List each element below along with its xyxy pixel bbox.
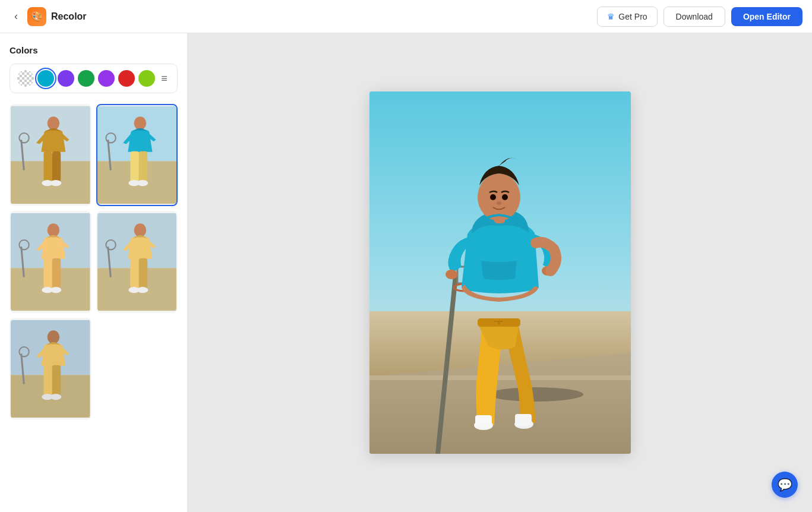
- svg-point-41: [48, 330, 60, 344]
- svg-point-14: [134, 116, 146, 130]
- swatch-yellow-green[interactable]: [138, 70, 155, 87]
- thumbnail-5-canvas: [11, 319, 90, 419]
- svg-rect-7: [52, 151, 61, 182]
- svg-point-66: [502, 194, 508, 200]
- back-button[interactable]: ‹: [10, 8, 23, 25]
- colors-heading: Colors: [10, 45, 178, 55]
- preview-image-container: [369, 91, 631, 454]
- svg-point-61: [446, 270, 457, 279]
- svg-rect-33: [130, 258, 138, 289]
- svg-rect-24: [43, 258, 52, 289]
- svg-point-45: [50, 394, 61, 400]
- svg-rect-15: [130, 151, 138, 182]
- sidebar: Colors ≡: [0, 33, 188, 512]
- swatch-red[interactable]: [118, 70, 135, 87]
- get-pro-label: Get Pro: [618, 12, 647, 21]
- svg-point-27: [50, 287, 61, 293]
- app-header: ‹ 🎨 Recolor ♛ Get Pro Download Open Edit…: [0, 0, 812, 33]
- thumbnail-1-canvas: [11, 105, 90, 205]
- svg-rect-43: [52, 365, 61, 396]
- preview-area: 💬: [188, 33, 812, 512]
- svg-rect-34: [138, 258, 147, 289]
- svg-rect-6: [43, 151, 52, 182]
- svg-point-32: [134, 223, 146, 237]
- thumbnail-2[interactable]: [96, 104, 178, 206]
- crown-icon: ♛: [607, 12, 615, 21]
- open-editor-button[interactable]: Open Editor: [731, 7, 802, 26]
- swatches-menu-button[interactable]: ≡: [159, 70, 170, 87]
- svg-point-56: [498, 322, 500, 324]
- svg-point-5: [48, 116, 60, 130]
- chat-button[interactable]: 💬: [772, 472, 798, 498]
- get-pro-button[interactable]: ♛ Get Pro: [597, 7, 657, 27]
- svg-rect-16: [138, 151, 147, 182]
- svg-point-36: [137, 287, 147, 293]
- swatch-violet[interactable]: [98, 70, 115, 87]
- svg-point-18: [137, 180, 147, 186]
- thumbnail-3-canvas: [11, 212, 90, 312]
- header-right: ♛ Get Pro Download Open Editor: [597, 7, 802, 27]
- app-title: Recolor: [51, 11, 87, 22]
- svg-rect-58: [475, 415, 492, 427]
- thumbnails-grid: [10, 104, 178, 420]
- preview-image: [369, 91, 631, 454]
- app-icon-emoji: 🎨: [31, 11, 43, 22]
- thumbnail-2-canvas: [97, 105, 177, 205]
- thumbnail-4-canvas: [97, 212, 177, 312]
- thumbnail-5[interactable]: [10, 318, 91, 420]
- main-content: Colors ≡: [0, 33, 812, 512]
- svg-point-67: [497, 201, 501, 205]
- download-button[interactable]: Download: [663, 7, 725, 27]
- svg-point-9: [50, 180, 61, 186]
- color-swatches-container: ≡: [10, 64, 178, 93]
- svg-point-65: [490, 194, 496, 200]
- svg-point-50: [488, 387, 583, 402]
- chat-icon: 💬: [778, 478, 792, 492]
- swatch-cyan[interactable]: [37, 70, 54, 87]
- swatch-purple[interactable]: [58, 70, 74, 87]
- svg-rect-60: [515, 414, 532, 426]
- svg-rect-42: [43, 365, 52, 396]
- svg-point-23: [48, 223, 60, 237]
- svg-rect-49: [369, 375, 631, 380]
- svg-rect-25: [52, 258, 61, 289]
- thumbnail-1[interactable]: [10, 104, 91, 206]
- app-icon: 🎨: [27, 7, 46, 26]
- thumbnail-4[interactable]: [96, 211, 178, 313]
- swatch-checkered[interactable]: [17, 70, 34, 87]
- thumbnail-3[interactable]: [10, 211, 91, 313]
- preview-svg: [369, 91, 631, 454]
- header-left: ‹ 🎨 Recolor: [10, 7, 87, 26]
- swatch-green[interactable]: [78, 70, 94, 87]
